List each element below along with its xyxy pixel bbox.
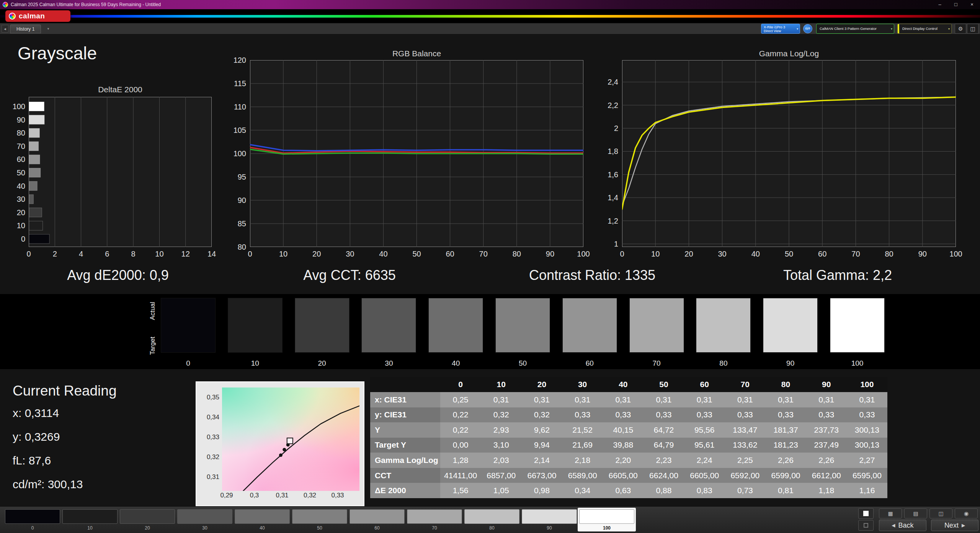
printer-icon: ▤ [913, 510, 918, 517]
layout-panel-button[interactable]: ◫ [967, 24, 978, 34]
table-cell: 0,81 [765, 483, 806, 498]
level-button-label: 100 [603, 525, 611, 531]
axis-tick: 10 [279, 250, 287, 258]
table-cell: 181,23 [765, 438, 806, 453]
tool-button-3[interactable]: ◫ [929, 508, 952, 518]
axis-tick: 110 [224, 103, 246, 111]
arrow-left-icon: ◀ [892, 523, 895, 528]
axis-tick: 105 [224, 126, 246, 135]
table-cell: 6605,00 [603, 468, 644, 483]
grayscale-level-button-0[interactable] [5, 509, 60, 524]
axis-tick: 10 [155, 250, 163, 258]
tool-button-2[interactable]: ▤ [904, 508, 927, 518]
display-control-dropdown[interactable]: Direct Display Control ▾ [897, 24, 952, 34]
table-corner-cell [370, 377, 440, 392]
pattern-fullscreen-button[interactable] [858, 520, 874, 531]
grayscale-level-button-50[interactable] [292, 509, 347, 524]
axis-tick: 0 [4, 235, 25, 244]
swatch-level-70 [629, 298, 684, 353]
deltae-chart-title: DeltaE 2000 [29, 85, 212, 94]
grayscale-level-button-10[interactable] [62, 509, 118, 524]
axis-tick: 2,4 [596, 78, 618, 87]
swatch-label: 20 [318, 359, 326, 368]
axis-tick: 0 [248, 250, 252, 258]
logo-row: calman [0, 9, 980, 23]
tab-scroll-left-button[interactable]: ◂ [2, 25, 8, 33]
table-cell: 6673,00 [521, 468, 562, 483]
level-button-label: 10 [87, 525, 92, 531]
close-button[interactable]: × [964, 0, 980, 9]
table-cell: 95,56 [684, 422, 725, 438]
axis-tick: 90 [4, 115, 25, 124]
swatch-row-label-actual: Actual [149, 302, 157, 320]
back-button[interactable]: ◀Back [879, 520, 926, 531]
swatch-level-60 [562, 298, 617, 353]
grayscale-level-button-70[interactable] [407, 509, 462, 524]
grayscale-level-button-30[interactable] [177, 509, 232, 524]
tool-button-4[interactable]: ◉ [955, 508, 978, 518]
table-row-label: Gamma Log/Log [370, 453, 440, 468]
axis-tick: 90 [918, 250, 927, 258]
gamma-chart-title: Gamma Log/Log [622, 49, 956, 58]
grayscale-level-button-20[interactable] [120, 509, 175, 524]
table-header-cell: 0 [440, 377, 481, 392]
meter-dropdown[interactable]: X-Rite i1Pro 3 Direct View ▾ [761, 24, 800, 34]
white-pattern-icon [863, 511, 869, 516]
table-cell: 6599,00 [765, 468, 806, 483]
cie-axis-tick: 0,32 [304, 492, 316, 499]
grayscale-level-button-40[interactable] [235, 509, 290, 524]
table-cell: 6605,00 [684, 468, 725, 483]
tool-button-1[interactable]: ▦ [879, 508, 902, 518]
level-button-label: 60 [374, 525, 379, 531]
pattern-window-button[interactable] [858, 508, 874, 519]
calman-logo-text: calman [19, 12, 45, 20]
table-cell: 0,31 [481, 392, 521, 407]
level-button-label: 0 [31, 525, 34, 531]
grayscale-level-button-100[interactable] [579, 509, 634, 524]
meter-line1: X-Rite i1Pro 3 [764, 25, 785, 29]
axis-tick: 50 [785, 250, 793, 258]
axis-tick: 60 [4, 155, 25, 164]
swatch-level-30 [361, 298, 416, 353]
table-header-cell: 40 [603, 377, 644, 392]
swatch-row-label-target: Target [149, 337, 157, 355]
axis-tick: 120 [224, 56, 246, 65]
table-cell: 0,31 [603, 392, 644, 407]
axis-tick: 50 [4, 168, 25, 177]
settings-gear-button[interactable]: ⚙ [955, 24, 966, 34]
axis-tick: 100 [224, 149, 246, 158]
table-cell: 2,27 [847, 453, 887, 468]
display-control-label: Direct Display Control [902, 24, 938, 33]
axis-tick: 115 [224, 79, 246, 88]
table-cell: 40,15 [603, 422, 644, 438]
table-cell: 2,14 [521, 453, 562, 468]
grayscale-level-button-90[interactable] [522, 509, 577, 524]
table-cell: 6624,00 [644, 468, 684, 483]
tab-menu-button[interactable]: ▾ [45, 25, 51, 32]
stat-total-gamma: Total Gamma: 2,2 [783, 267, 892, 283]
table-header-cell: 20 [521, 377, 562, 392]
minimize-button[interactable]: – [932, 0, 948, 9]
cie-axis-tick: 0,29 [220, 492, 233, 499]
table-row-label: Target Y [370, 438, 440, 453]
maximize-button[interactable]: □ [948, 0, 964, 9]
cie-axis-tick: 0,33 [200, 433, 219, 441]
table-cell: 0,83 [684, 483, 725, 498]
tab-history-1[interactable]: History 1 [10, 25, 41, 33]
table-row-label: y: CIE31 [370, 407, 440, 423]
table-cell: 6592,00 [725, 468, 765, 483]
grayscale-level-button-60[interactable] [350, 509, 405, 524]
table-header-cell: 30 [562, 377, 603, 392]
table-cell: 133,47 [725, 422, 765, 438]
grayscale-level-button-80[interactable] [464, 509, 519, 524]
table-cell: 181,37 [765, 422, 806, 438]
table-header-cell: 60 [684, 377, 725, 392]
table-cell: 0,31 [521, 392, 562, 407]
swatch-label: 30 [385, 359, 393, 368]
table-cell: 2,20 [603, 453, 644, 468]
next-button[interactable]: Next▶ [931, 520, 978, 531]
swatch-level-40 [428, 298, 483, 353]
chevron-down-icon: ▾ [948, 27, 950, 31]
pattern-source-dropdown[interactable]: CalMAN Client 3 Pattern Generator ▾ [816, 24, 894, 34]
level-button-label: 20 [145, 525, 150, 531]
